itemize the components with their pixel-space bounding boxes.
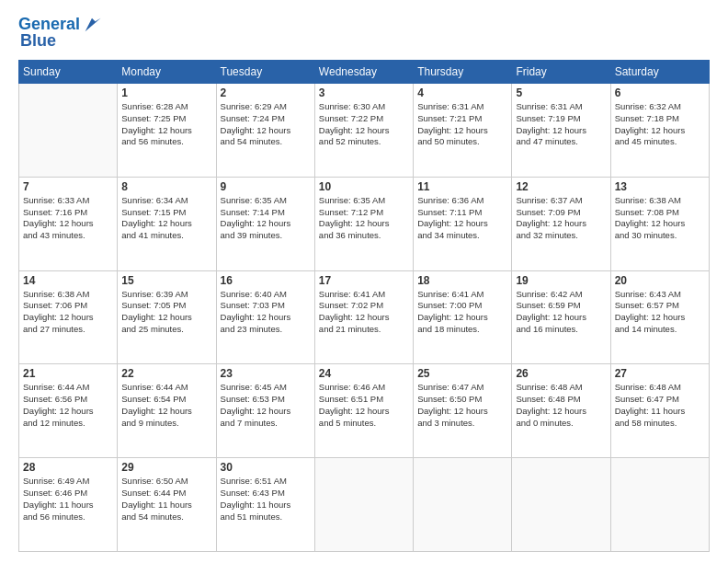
- day-info: Sunrise: 6:45 AM Sunset: 6:53 PM Dayligh…: [221, 382, 311, 429]
- day-info: Sunrise: 6:33 AM Sunset: 7:16 PM Dayligh…: [23, 195, 113, 242]
- calendar-header-cell: Sunday: [19, 61, 118, 84]
- day-number: 10: [319, 180, 409, 193]
- calendar-cell: 21Sunrise: 6:44 AM Sunset: 6:56 PM Dayli…: [19, 364, 118, 458]
- day-info: Sunrise: 6:39 AM Sunset: 7:05 PM Dayligh…: [121, 289, 211, 336]
- calendar-table: SundayMondayTuesdayWednesdayThursdayFrid…: [18, 60, 710, 552]
- calendar-week-row: 7Sunrise: 6:33 AM Sunset: 7:16 PM Daylig…: [19, 177, 710, 270]
- day-info: Sunrise: 6:31 AM Sunset: 7:19 PM Dayligh…: [516, 101, 606, 148]
- header: General Blue: [18, 15, 710, 51]
- day-number: 14: [23, 274, 113, 287]
- calendar-week-row: 14Sunrise: 6:38 AM Sunset: 7:06 PM Dayli…: [19, 270, 710, 364]
- day-number: 9: [221, 180, 311, 193]
- calendar-cell: 29Sunrise: 6:50 AM Sunset: 6:44 PM Dayli…: [118, 458, 216, 552]
- calendar-cell: 6Sunrise: 6:32 AM Sunset: 7:18 PM Daylig…: [610, 84, 709, 178]
- calendar-cell: 10Sunrise: 6:35 AM Sunset: 7:12 PM Dayli…: [314, 177, 413, 270]
- day-number: 8: [121, 180, 211, 193]
- logo-icon: [82, 15, 102, 35]
- calendar-cell: 26Sunrise: 6:48 AM Sunset: 6:48 PM Dayli…: [512, 364, 610, 458]
- calendar-cell: 15Sunrise: 6:39 AM Sunset: 7:05 PM Dayli…: [118, 270, 216, 364]
- calendar-header-cell: Saturday: [610, 61, 709, 84]
- page: General Blue SundayMondayTuesdayWednesda…: [0, 0, 728, 563]
- day-number: 4: [417, 86, 507, 99]
- day-info: Sunrise: 6:34 AM Sunset: 7:15 PM Dayligh…: [121, 195, 211, 242]
- day-info: Sunrise: 6:37 AM Sunset: 7:09 PM Dayligh…: [516, 195, 606, 242]
- calendar-cell: [414, 458, 512, 552]
- day-info: Sunrise: 6:38 AM Sunset: 7:06 PM Dayligh…: [23, 289, 113, 336]
- day-info: Sunrise: 6:48 AM Sunset: 6:48 PM Dayligh…: [516, 382, 606, 429]
- day-number: 17: [319, 274, 409, 287]
- calendar-week-row: 21Sunrise: 6:44 AM Sunset: 6:56 PM Dayli…: [19, 364, 710, 458]
- day-info: Sunrise: 6:32 AM Sunset: 7:18 PM Dayligh…: [615, 101, 705, 148]
- day-info: Sunrise: 6:28 AM Sunset: 7:25 PM Dayligh…: [121, 101, 211, 148]
- day-info: Sunrise: 6:44 AM Sunset: 6:54 PM Dayligh…: [121, 382, 211, 429]
- day-info: Sunrise: 6:30 AM Sunset: 7:22 PM Dayligh…: [319, 101, 409, 148]
- day-number: 13: [615, 180, 705, 193]
- calendar-week-row: 1Sunrise: 6:28 AM Sunset: 7:25 PM Daylig…: [19, 84, 710, 178]
- day-number: 23: [221, 367, 311, 380]
- calendar-cell: 23Sunrise: 6:45 AM Sunset: 6:53 PM Dayli…: [216, 364, 314, 458]
- day-info: Sunrise: 6:46 AM Sunset: 6:51 PM Dayligh…: [319, 382, 409, 429]
- day-number: 24: [319, 367, 409, 380]
- day-info: Sunrise: 6:47 AM Sunset: 6:50 PM Dayligh…: [417, 382, 507, 429]
- calendar-cell: 4Sunrise: 6:31 AM Sunset: 7:21 PM Daylig…: [414, 84, 512, 178]
- calendar-cell: [512, 458, 610, 552]
- calendar-header-cell: Tuesday: [216, 61, 314, 84]
- calendar-cell: 8Sunrise: 6:34 AM Sunset: 7:15 PM Daylig…: [118, 177, 216, 270]
- day-number: 15: [121, 274, 211, 287]
- day-number: 25: [417, 367, 507, 380]
- day-number: 6: [615, 86, 705, 99]
- calendar-cell: 27Sunrise: 6:48 AM Sunset: 6:47 PM Dayli…: [610, 364, 709, 458]
- calendar-cell: 17Sunrise: 6:41 AM Sunset: 7:02 PM Dayli…: [314, 270, 413, 364]
- day-number: 30: [221, 461, 311, 474]
- day-info: Sunrise: 6:51 AM Sunset: 6:43 PM Dayligh…: [221, 476, 311, 523]
- calendar-cell: 3Sunrise: 6:30 AM Sunset: 7:22 PM Daylig…: [314, 84, 413, 178]
- calendar-cell: 7Sunrise: 6:33 AM Sunset: 7:16 PM Daylig…: [19, 177, 118, 270]
- day-number: 18: [417, 274, 507, 287]
- day-info: Sunrise: 6:35 AM Sunset: 7:12 PM Dayligh…: [319, 195, 409, 242]
- day-info: Sunrise: 6:48 AM Sunset: 6:47 PM Dayligh…: [615, 382, 705, 429]
- day-info: Sunrise: 6:43 AM Sunset: 6:57 PM Dayligh…: [615, 289, 705, 336]
- calendar-cell: 5Sunrise: 6:31 AM Sunset: 7:19 PM Daylig…: [512, 84, 610, 178]
- day-number: 1: [121, 86, 211, 99]
- logo: General Blue: [18, 15, 102, 51]
- day-info: Sunrise: 6:41 AM Sunset: 7:00 PM Dayligh…: [417, 289, 507, 336]
- day-info: Sunrise: 6:49 AM Sunset: 6:46 PM Dayligh…: [23, 476, 113, 523]
- day-number: 28: [23, 461, 113, 474]
- day-info: Sunrise: 6:38 AM Sunset: 7:08 PM Dayligh…: [615, 195, 705, 242]
- calendar-cell: 9Sunrise: 6:35 AM Sunset: 7:14 PM Daylig…: [216, 177, 314, 270]
- calendar-header-row: SundayMondayTuesdayWednesdayThursdayFrid…: [19, 61, 710, 84]
- day-number: 12: [516, 180, 606, 193]
- calendar-cell: 25Sunrise: 6:47 AM Sunset: 6:50 PM Dayli…: [414, 364, 512, 458]
- calendar-cell: 28Sunrise: 6:49 AM Sunset: 6:46 PM Dayli…: [19, 458, 118, 552]
- day-number: 19: [516, 274, 606, 287]
- calendar-body: 1Sunrise: 6:28 AM Sunset: 7:25 PM Daylig…: [19, 84, 710, 552]
- calendar-cell: 2Sunrise: 6:29 AM Sunset: 7:24 PM Daylig…: [216, 84, 314, 178]
- calendar-cell: [314, 458, 413, 552]
- day-number: 29: [121, 461, 211, 474]
- day-number: 2: [221, 86, 311, 99]
- calendar-cell: 19Sunrise: 6:42 AM Sunset: 6:59 PM Dayli…: [512, 270, 610, 364]
- calendar-cell: 30Sunrise: 6:51 AM Sunset: 6:43 PM Dayli…: [216, 458, 314, 552]
- calendar-cell: 24Sunrise: 6:46 AM Sunset: 6:51 PM Dayli…: [314, 364, 413, 458]
- day-info: Sunrise: 6:44 AM Sunset: 6:56 PM Dayligh…: [23, 382, 113, 429]
- day-number: 20: [615, 274, 705, 287]
- calendar-header-cell: Friday: [512, 61, 610, 84]
- calendar-cell: 20Sunrise: 6:43 AM Sunset: 6:57 PM Dayli…: [610, 270, 709, 364]
- calendar-header-cell: Thursday: [414, 61, 512, 84]
- day-number: 27: [615, 367, 705, 380]
- day-info: Sunrise: 6:41 AM Sunset: 7:02 PM Dayligh…: [319, 289, 409, 336]
- calendar-header-cell: Monday: [118, 61, 216, 84]
- day-number: 3: [319, 86, 409, 99]
- day-info: Sunrise: 6:50 AM Sunset: 6:44 PM Dayligh…: [121, 476, 211, 523]
- day-info: Sunrise: 6:40 AM Sunset: 7:03 PM Dayligh…: [221, 289, 311, 336]
- day-number: 5: [516, 86, 606, 99]
- calendar-cell: 14Sunrise: 6:38 AM Sunset: 7:06 PM Dayli…: [19, 270, 118, 364]
- calendar-cell: 16Sunrise: 6:40 AM Sunset: 7:03 PM Dayli…: [216, 270, 314, 364]
- day-info: Sunrise: 6:42 AM Sunset: 6:59 PM Dayligh…: [516, 289, 606, 336]
- calendar-cell: 13Sunrise: 6:38 AM Sunset: 7:08 PM Dayli…: [610, 177, 709, 270]
- calendar-cell: 11Sunrise: 6:36 AM Sunset: 7:11 PM Dayli…: [414, 177, 512, 270]
- day-info: Sunrise: 6:35 AM Sunset: 7:14 PM Dayligh…: [221, 195, 311, 242]
- calendar-week-row: 28Sunrise: 6:49 AM Sunset: 6:46 PM Dayli…: [19, 458, 710, 552]
- day-number: 22: [121, 367, 211, 380]
- day-info: Sunrise: 6:36 AM Sunset: 7:11 PM Dayligh…: [417, 195, 507, 242]
